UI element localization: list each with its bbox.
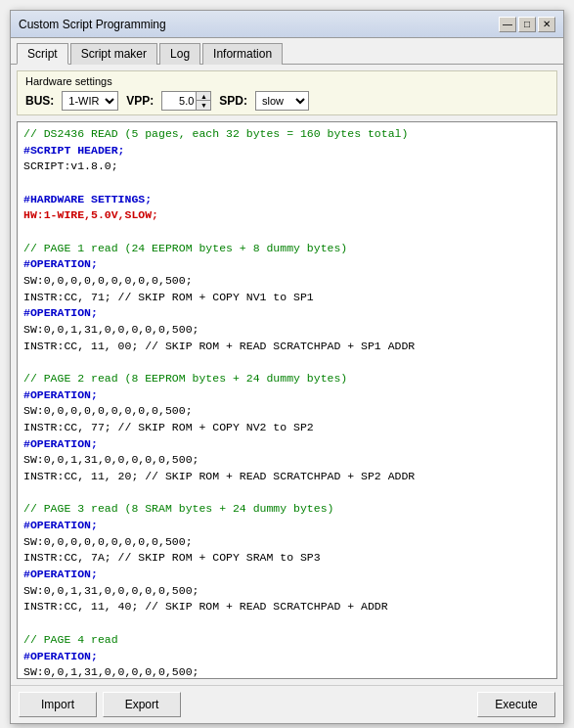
code-line: #HARDWARE SETTINGS;: [23, 192, 551, 208]
execute-button[interactable]: Execute: [477, 692, 555, 717]
code-line: INSTR:CC, 71; // SKIP ROM + COPY NV1 to …: [23, 290, 551, 306]
vpp-label: VPP:: [126, 94, 154, 108]
code-line: #OPERATION;: [23, 518, 551, 534]
spd-dropdown[interactable]: slow fast: [255, 91, 309, 111]
title-bar-buttons: — □ ✕: [499, 17, 555, 32]
code-line: SW:0,0,1,31,0,0,0,0,0,500;: [23, 583, 551, 600]
maximize-button[interactable]: □: [518, 17, 536, 32]
bottom-left-buttons: Import Export: [19, 692, 181, 717]
code-line: // PAGE 2 read (8 EEPROM bytes + 24 dumm…: [23, 371, 551, 387]
import-button[interactable]: Import: [19, 692, 97, 717]
export-button[interactable]: Export: [103, 692, 181, 717]
spd-label: SPD:: [219, 94, 247, 108]
bus-dropdown[interactable]: 1-WIR: [62, 91, 118, 111]
title-bar: Custom Script Programming — □ ✕: [11, 11, 563, 38]
code-line: SW:0,0,0,0,0,0,0,0,0,500;: [23, 273, 551, 290]
bottom-bar: Import Export Execute: [11, 685, 563, 723]
code-line: HW:1-WIRE,5.0V,SLOW;: [23, 207, 551, 224]
hardware-settings-panel: Hardware settings BUS: 1-WIR VPP: ▲ ▼ SP…: [17, 70, 557, 115]
code-line: SW:0,0,1,31,0,0,0,0,0,500;: [23, 452, 551, 469]
bus-label: BUS:: [25, 94, 54, 108]
code-line: #OPERATION;: [23, 649, 551, 665]
tabs-bar: Script Script maker Log Information: [11, 38, 563, 65]
code-line: [23, 224, 551, 241]
code-line: SW:0,0,1,31,0,0,0,0,0,500;: [23, 322, 551, 339]
code-line: [23, 354, 551, 371]
minimize-button[interactable]: —: [499, 17, 516, 32]
code-line: // DS2436 READ (5 pages, each 32 bytes =…: [23, 126, 551, 143]
vpp-spin: ▲ ▼: [161, 91, 211, 111]
tab-script[interactable]: Script: [17, 43, 68, 65]
vpp-spin-up[interactable]: ▲: [197, 92, 210, 101]
code-line: INSTR:CC, 11, 20; // SKIP ROM + READ SCR…: [23, 469, 551, 485]
vpp-spin-buttons: ▲ ▼: [197, 91, 211, 111]
window-title: Custom Script Programming: [19, 18, 166, 31]
hardware-settings-label: Hardware settings: [25, 75, 549, 87]
code-line: SW:0,0,0,0,0,0,0,0,0,500;: [23, 534, 551, 551]
code-line: #SCRIPT HEADER;: [23, 143, 551, 159]
code-line: #OPERATION;: [23, 305, 551, 322]
main-window: Custom Script Programming — □ ✕ Script S…: [10, 10, 564, 724]
code-line: [23, 175, 551, 192]
code-line: #OPERATION;: [23, 256, 551, 273]
code-line: INSTR:CC, 77; // SKIP ROM + COPY NV2 to …: [23, 420, 551, 436]
vpp-spin-down[interactable]: ▼: [197, 101, 210, 110]
tab-log[interactable]: Log: [159, 43, 200, 65]
code-line: SW:0,0,1,31,0,0,0,0,0,500;: [23, 664, 551, 679]
code-line: // PAGE 4 read: [23, 632, 551, 649]
code-editor[interactable]: // DS2436 READ (5 pages, each 32 bytes =…: [17, 121, 557, 679]
code-line: #OPERATION;: [23, 436, 551, 453]
code-line: SCRIPT:v1.8.0;: [23, 159, 551, 175]
code-line: [23, 485, 551, 502]
code-line: // PAGE 1 read (24 EEPROM bytes + 8 dumm…: [23, 241, 551, 257]
code-line: #OPERATION;: [23, 567, 551, 583]
tab-information[interactable]: Information: [202, 43, 283, 65]
vpp-input[interactable]: [161, 91, 197, 111]
code-line: SW:0,0,0,0,0,0,0,0,0,500;: [23, 403, 551, 420]
hardware-row: BUS: 1-WIR VPP: ▲ ▼ SPD: slow fast: [25, 91, 549, 111]
code-line: // PAGE 3 read (8 SRAM bytes + 24 dummy …: [23, 501, 551, 518]
code-line: INSTR:CC, 7A; // SKIP ROM + COPY SRAM to…: [23, 550, 551, 567]
tab-script-maker[interactable]: Script maker: [70, 43, 157, 65]
code-line: INSTR:CC, 11, 00; // SKIP ROM + READ SCR…: [23, 339, 551, 355]
code-line: [23, 615, 551, 632]
code-line: #OPERATION;: [23, 387, 551, 404]
close-button[interactable]: ✕: [538, 17, 555, 32]
code-line: INSTR:CC, 11, 40; // SKIP ROM + READ SCR…: [23, 599, 551, 615]
